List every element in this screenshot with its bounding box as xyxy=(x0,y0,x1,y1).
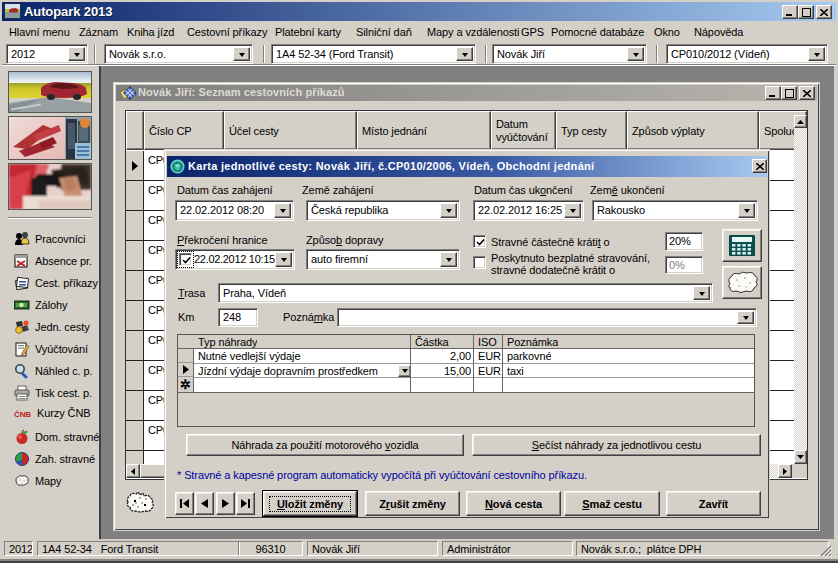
svg-text:ČNB: ČNB xyxy=(14,410,31,419)
